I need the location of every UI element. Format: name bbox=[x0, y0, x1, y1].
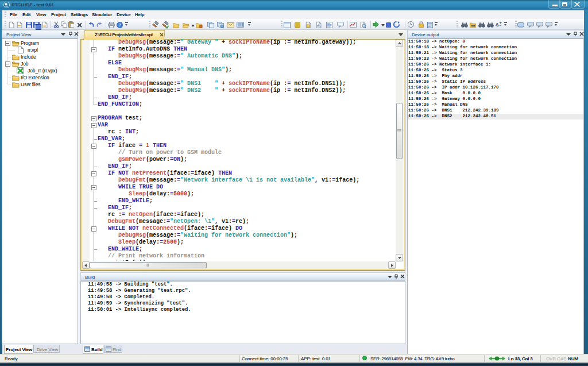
svg-text:?: ? bbox=[118, 22, 121, 28]
svg-text:A: A bbox=[496, 22, 499, 27]
